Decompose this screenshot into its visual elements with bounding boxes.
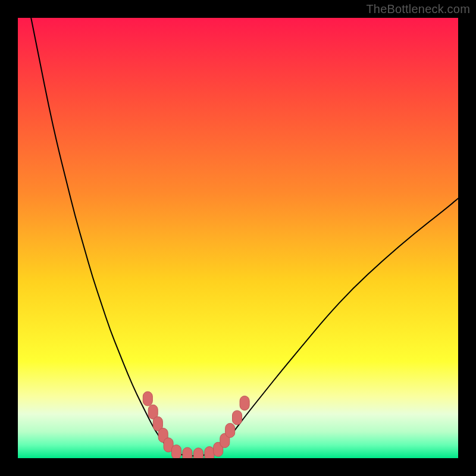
marker-point (205, 447, 214, 458)
marker-point (143, 392, 152, 406)
marker-point (240, 396, 249, 411)
marker-point (183, 447, 192, 458)
watermark-text: TheBottleneck.com (366, 2, 470, 16)
marker-point (193, 448, 203, 458)
marker-point (171, 445, 181, 458)
chart-frame: TheBottleneck.com (0, 0, 476, 476)
marker-layer (18, 18, 458, 458)
marker-point (233, 411, 242, 425)
marker-point (226, 423, 235, 437)
plot-area (18, 18, 458, 458)
